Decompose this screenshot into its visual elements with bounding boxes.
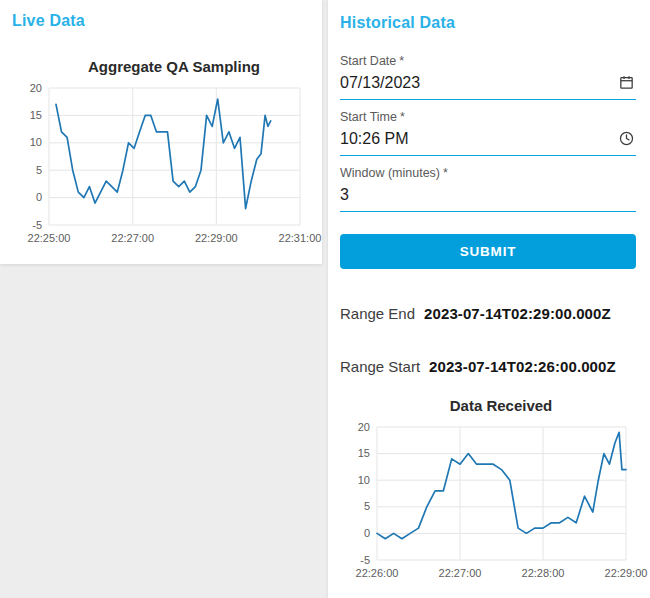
live-data-panel: Live Data Aggregate QA Sampling -5051015… bbox=[0, 0, 322, 264]
received-chart-canvas: -50510152022:26:0022:27:0022:28:0022:29:… bbox=[340, 422, 636, 590]
start-date-label-text: Start Date bbox=[340, 54, 396, 68]
start-date-field: Start Date* bbox=[340, 54, 636, 100]
submit-button[interactable]: SUBMIT bbox=[340, 234, 636, 269]
window-minutes-input[interactable] bbox=[340, 180, 636, 209]
received-chart: Data Received -50510152022:26:0022:27:00… bbox=[340, 397, 636, 590]
svg-text:22:31:00: 22:31:00 bbox=[279, 232, 322, 244]
svg-text:22:27:00: 22:27:00 bbox=[111, 232, 154, 244]
svg-text:20: 20 bbox=[358, 421, 370, 433]
svg-text:15: 15 bbox=[30, 109, 42, 121]
start-time-input-row bbox=[340, 124, 636, 156]
range-start-row: Range Start 2023-07-14T02:26:00.000Z bbox=[340, 358, 636, 375]
start-date-input[interactable] bbox=[340, 68, 616, 97]
historical-data-heading: Historical Data bbox=[340, 14, 636, 32]
svg-text:0: 0 bbox=[364, 527, 370, 539]
historical-data-panel: Historical Data Start Date* bbox=[328, 0, 650, 598]
svg-text:10: 10 bbox=[30, 136, 42, 148]
svg-text:10: 10 bbox=[358, 474, 370, 486]
window-minutes-label-text: Window (minutes) bbox=[340, 166, 440, 180]
window-minutes-required-asterisk: * bbox=[443, 166, 448, 180]
start-date-required-asterisk: * bbox=[399, 54, 404, 68]
live-data-heading: Live Data bbox=[12, 12, 310, 30]
svg-text:5: 5 bbox=[364, 500, 370, 512]
svg-text:-5: -5 bbox=[360, 554, 370, 566]
svg-text:22:29:00: 22:29:00 bbox=[605, 567, 648, 579]
start-time-required-asterisk: * bbox=[400, 110, 405, 124]
range-end-label: Range End bbox=[340, 305, 415, 322]
window-minutes-label: Window (minutes)* bbox=[340, 166, 636, 180]
start-time-input[interactable] bbox=[340, 124, 616, 153]
start-time-label-text: Start Time bbox=[340, 110, 397, 124]
svg-text:22:25:00: 22:25:00 bbox=[28, 232, 71, 244]
clock-icon[interactable] bbox=[616, 129, 636, 149]
start-date-label: Start Date* bbox=[340, 54, 636, 68]
svg-text:22:29:00: 22:29:00 bbox=[195, 232, 238, 244]
svg-text:-5: -5 bbox=[32, 219, 42, 231]
start-date-input-row bbox=[340, 68, 636, 100]
live-chart-title: Aggregate QA Sampling bbox=[12, 58, 310, 75]
qa-dashboard: Live Data Aggregate QA Sampling -5051015… bbox=[0, 0, 650, 598]
range-end-value: 2023-07-14T02:29:00.000Z bbox=[424, 305, 611, 322]
svg-text:5: 5 bbox=[36, 164, 42, 176]
range-start-label: Range Start bbox=[340, 358, 420, 375]
live-chart-canvas: -50510152022:25:0022:27:0022:29:0022:31:… bbox=[12, 83, 310, 255]
svg-text:22:26:00: 22:26:00 bbox=[356, 567, 399, 579]
window-minutes-input-row bbox=[340, 180, 636, 212]
calendar-icon[interactable] bbox=[616, 73, 636, 93]
range-start-value: 2023-07-14T02:26:00.000Z bbox=[429, 358, 616, 375]
svg-text:20: 20 bbox=[30, 82, 42, 94]
svg-text:22:28:00: 22:28:00 bbox=[522, 567, 565, 579]
range-end-row: Range End 2023-07-14T02:29:00.000Z bbox=[340, 305, 636, 322]
received-chart-title: Data Received bbox=[340, 397, 636, 414]
svg-text:0: 0 bbox=[36, 191, 42, 203]
window-minutes-field: Window (minutes)* bbox=[340, 166, 636, 212]
svg-text:15: 15 bbox=[358, 447, 370, 459]
live-chart: Aggregate QA Sampling -50510152022:25:00… bbox=[12, 58, 310, 255]
start-time-label: Start Time* bbox=[340, 110, 636, 124]
start-time-field: Start Time* bbox=[340, 110, 636, 156]
svg-text:22:27:00: 22:27:00 bbox=[439, 567, 482, 579]
